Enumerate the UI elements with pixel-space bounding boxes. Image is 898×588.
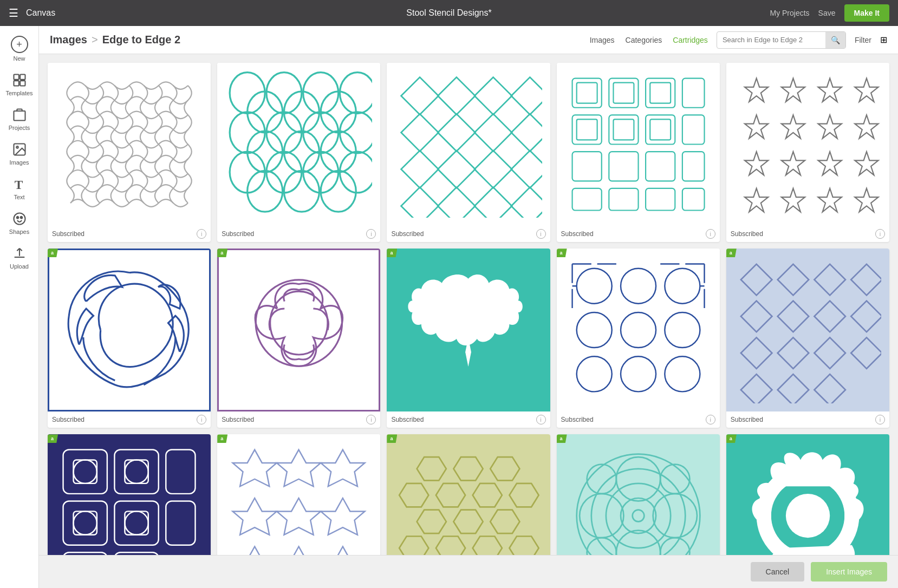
- svg-marker-74: [745, 115, 768, 138]
- svg-point-158: [621, 498, 656, 533]
- svg-rect-37: [438, 114, 476, 151]
- svg-point-9: [16, 217, 18, 219]
- svg-marker-143: [473, 484, 502, 507]
- image-thumb: [48, 249, 211, 411]
- info-icon[interactable]: i: [875, 415, 885, 424]
- subscribed-label: Subscribed: [561, 416, 594, 423]
- image-label: Subscribed i: [387, 411, 550, 428]
- sidebar-item-label: Projects: [9, 125, 30, 131]
- content-tabs: Images Categories Cartridges: [590, 36, 708, 44]
- sidebar-item-images[interactable]: Images: [0, 136, 38, 171]
- svg-point-92: [576, 312, 611, 348]
- svg-point-162: [616, 458, 660, 501]
- subscribed-label: Subscribed: [391, 230, 424, 238]
- sidebar-item-shapes[interactable]: Shapes: [0, 206, 38, 240]
- image-thumb: [387, 63, 550, 226]
- svg-point-90: [621, 269, 656, 304]
- image-thumb: [557, 249, 720, 411]
- image-card[interactable]: Subscribed i: [217, 63, 380, 242]
- svg-marker-79: [782, 152, 805, 175]
- svg-marker-147: [491, 510, 520, 533]
- cricut-badge: a: [217, 434, 227, 443]
- make-it-button[interactable]: Make It: [844, 4, 889, 22]
- svg-text:T: T: [14, 178, 23, 192]
- breadcrumb-separator: >: [92, 34, 98, 46]
- svg-rect-40: [401, 151, 439, 188]
- sub-header-right: Images Categories Cartridges 🔍 Filter ⊞: [590, 31, 887, 49]
- cricut-badge: a: [726, 434, 737, 443]
- sidebar-item-templates[interactable]: Templates: [0, 67, 38, 102]
- cancel-button[interactable]: Cancel: [751, 562, 805, 582]
- new-icon: +: [11, 36, 28, 53]
- svg-marker-144: [510, 484, 539, 507]
- svg-marker-84: [818, 188, 841, 212]
- images-icon: [12, 142, 27, 157]
- cricut-badge: a: [217, 249, 227, 257]
- info-icon[interactable]: i: [706, 415, 715, 424]
- search-input[interactable]: [717, 36, 825, 44]
- svg-rect-34: [475, 77, 512, 115]
- image-label: Subscribed i: [217, 226, 380, 242]
- image-label: Subscribed i: [217, 411, 380, 428]
- image-card[interactable]: a Subscribed i: [387, 249, 550, 428]
- image-card[interactable]: a Subscri: [48, 249, 211, 428]
- image-card[interactable]: Subscribed i: [48, 63, 211, 242]
- image-label: Subscribed i: [557, 226, 720, 242]
- content-area: Images > Edge to Edge 2 Images Categorie…: [39, 26, 898, 588]
- insert-images-button[interactable]: Insert Images: [811, 562, 887, 582]
- info-icon[interactable]: i: [875, 229, 885, 239]
- info-icon[interactable]: i: [366, 229, 376, 239]
- svg-marker-133: [277, 498, 321, 535]
- image-card[interactable]: a Subscribed: [217, 249, 380, 428]
- info-icon[interactable]: i: [366, 415, 376, 424]
- info-icon[interactable]: i: [197, 415, 206, 424]
- svg-rect-43: [511, 151, 542, 188]
- filter-button[interactable]: Filter: [855, 36, 871, 44]
- sidebar-item-new[interactable]: + New: [0, 30, 38, 67]
- my-projects-link[interactable]: My Projects: [770, 9, 809, 17]
- tab-categories[interactable]: Categories: [626, 36, 662, 44]
- image-label: Subscribed i: [48, 411, 211, 428]
- menu-icon[interactable]: ☰: [9, 6, 18, 19]
- svg-rect-107: [778, 338, 809, 369]
- image-card[interactable]: Subscribed i: [557, 63, 720, 242]
- image-label: Subscribed i: [726, 226, 889, 242]
- svg-rect-32: [401, 77, 439, 115]
- top-nav: ☰ Canvas Stool Stencil Designs* My Proje…: [0, 0, 898, 26]
- svg-marker-138: [417, 458, 446, 481]
- image-card[interactable]: a Subscribed i: [557, 249, 720, 428]
- svg-rect-36: [401, 114, 439, 151]
- info-icon[interactable]: i: [706, 229, 715, 239]
- sidebar-item-label: Text: [14, 194, 24, 200]
- image-thumb: [48, 63, 211, 226]
- tab-images[interactable]: Images: [590, 36, 615, 44]
- info-icon[interactable]: i: [197, 229, 206, 239]
- image-card[interactable]: a Subscribed i: [726, 249, 889, 428]
- tab-cartridges[interactable]: Cartridges: [673, 36, 708, 44]
- svg-marker-73: [855, 79, 878, 102]
- svg-rect-45: [438, 187, 476, 218]
- svg-marker-77: [855, 115, 878, 138]
- grid-toggle-icon[interactable]: ⊞: [880, 35, 887, 45]
- svg-rect-115: [166, 450, 195, 494]
- breadcrumb-root[interactable]: Images: [50, 34, 87, 46]
- svg-marker-82: [745, 188, 768, 212]
- info-icon[interactable]: i: [536, 415, 546, 424]
- svg-rect-67: [576, 120, 597, 140]
- image-thumb: [387, 249, 550, 411]
- image-card[interactable]: Subscribed i: [726, 63, 889, 242]
- save-button[interactable]: Save: [818, 9, 836, 17]
- bottom-bar: Cancel Insert Images: [39, 555, 898, 588]
- svg-rect-111: [778, 374, 809, 403]
- info-icon[interactable]: i: [536, 229, 546, 239]
- sidebar-item-projects[interactable]: Projects: [0, 102, 38, 136]
- cricut-badge: a: [48, 434, 58, 443]
- image-thumb: [557, 63, 720, 226]
- search-button[interactable]: 🔍: [825, 32, 845, 48]
- svg-rect-64: [576, 83, 597, 103]
- svg-rect-41: [438, 151, 476, 188]
- image-card[interactable]: Subscribed i: [387, 63, 550, 242]
- sidebar-item-text[interactable]: T Text: [0, 171, 38, 206]
- sidebar-item-upload[interactable]: Upload: [0, 240, 38, 275]
- svg-rect-0: [14, 75, 18, 80]
